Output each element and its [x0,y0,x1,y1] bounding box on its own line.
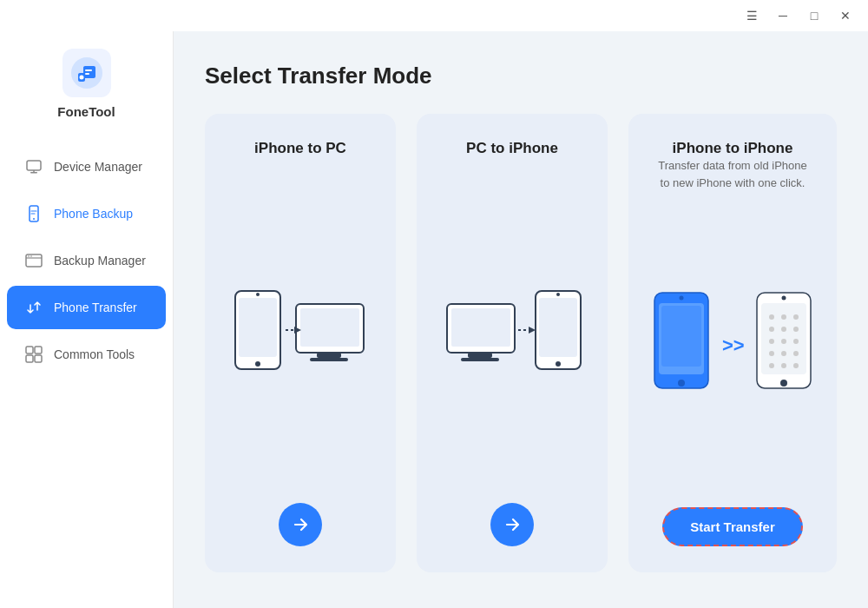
svg-point-42 [782,296,786,301]
common-tools-icon [24,345,43,364]
svg-point-50 [769,339,774,344]
svg-point-55 [793,351,799,356]
svg-rect-15 [35,355,42,362]
page-title: Select Transfer Mode [205,63,837,89]
pc-to-iphone-illustration [438,175,586,486]
svg-point-48 [781,327,786,332]
iphone-to-pc-card[interactable]: iPhone to PC [205,114,396,572]
svg-point-8 [33,218,35,220]
sidebar-item-phone-backup[interactable]: Phone Backup [7,192,166,235]
menu-button[interactable]: ☰ [736,0,767,31]
iphone-to-iphone-card[interactable]: iPhone to iPhone Transfer data from old … [628,114,837,572]
svg-point-1 [79,76,83,80]
phone-backup-icon [24,204,43,223]
sidebar-item-common-tools[interactable]: Common Tools [7,333,166,376]
maximize-button[interactable]: □ [799,0,830,31]
logo-area: FoneTool [57,49,115,119]
pc-to-iphone-title: PC to iPhone [466,140,558,157]
svg-point-51 [781,339,786,344]
sidebar-item-backup-manager[interactable]: Backup Manager [7,239,166,282]
iphone-to-iphone-title: iPhone to iPhone [673,140,793,157]
sidebar-item-device-manager-label: Device Manager [54,160,142,174]
svg-point-45 [781,314,786,320]
iphone-to-pc-title: iPhone to PC [254,140,346,157]
svg-point-44 [769,314,774,320]
svg-point-33 [556,361,561,367]
svg-point-36 [680,296,684,301]
main-content: Select Transfer Mode iPhone to PC [174,31,868,608]
svg-rect-14 [26,355,33,362]
svg-rect-17 [239,298,277,357]
sidebar-item-common-tools-label: Common Tools [54,347,135,361]
sidebar-item-phone-backup-label: Phone Backup [54,207,133,221]
svg-rect-28 [461,358,499,361]
close-button[interactable]: ✕ [830,0,861,31]
nav-items: Device Manager Phone Backup [0,145,173,376]
backup-manager-icon [24,251,43,270]
svg-point-54 [781,351,786,356]
sidebar-item-phone-transfer[interactable]: Phone Transfer [7,286,166,329]
device-manager-icon [24,157,43,176]
svg-point-47 [769,327,774,332]
svg-point-11 [30,255,32,257]
iphone-to-iphone-illustration: >> [646,208,819,490]
svg-point-58 [793,363,799,368]
app-logo [62,49,111,97]
svg-rect-4 [27,161,41,170]
svg-point-57 [781,363,786,368]
app-container: FoneTool Device Manager Phone Back [0,31,868,608]
svg-point-53 [769,351,774,356]
pc-to-iphone-card[interactable]: PC to iPhone [417,114,608,572]
sidebar-item-device-manager[interactable]: Device Manager [7,145,166,188]
title-bar: ☰ ─ □ ✕ [0,0,868,31]
svg-rect-22 [317,353,341,358]
svg-rect-3 [85,73,89,75]
iphone-to-pc-arrow-btn[interactable] [279,503,322,546]
svg-rect-26 [451,308,510,347]
svg-point-52 [793,339,799,344]
svg-point-46 [793,314,799,320]
pc-to-iphone-arrow-btn[interactable] [490,503,534,546]
svg-rect-38 [661,306,701,367]
svg-point-37 [678,380,685,387]
svg-point-56 [769,363,774,368]
svg-rect-21 [300,308,359,347]
cards-container: iPhone to PC [205,114,837,572]
svg-marker-29 [529,327,536,334]
svg-point-43 [780,380,787,387]
svg-rect-12 [26,347,33,354]
iphone-to-iphone-description: Transfer data from old iPhone to new iPh… [646,157,819,191]
sidebar-item-backup-manager-label: Backup Manager [54,254,146,268]
svg-rect-2 [85,69,92,71]
svg-point-49 [793,327,799,332]
svg-point-19 [255,361,260,367]
svg-rect-31 [539,298,577,357]
phone-transfer-icon [24,298,43,317]
svg-point-32 [556,293,560,296]
svg-text:>>: >> [722,334,745,356]
logo-text: FoneTool [57,104,115,119]
svg-point-18 [256,293,260,296]
sidebar: FoneTool Device Manager Phone Back [0,31,174,608]
sidebar-item-phone-transfer-label: Phone Transfer [54,301,137,314]
svg-point-10 [28,255,30,257]
svg-rect-5 [30,172,37,174]
start-transfer-button[interactable]: Start Transfer [662,507,803,546]
iphone-to-pc-illustration [227,175,374,486]
minimize-button[interactable]: ─ [767,0,799,31]
svg-rect-27 [468,353,492,358]
svg-rect-23 [310,358,348,361]
svg-rect-13 [35,347,42,354]
